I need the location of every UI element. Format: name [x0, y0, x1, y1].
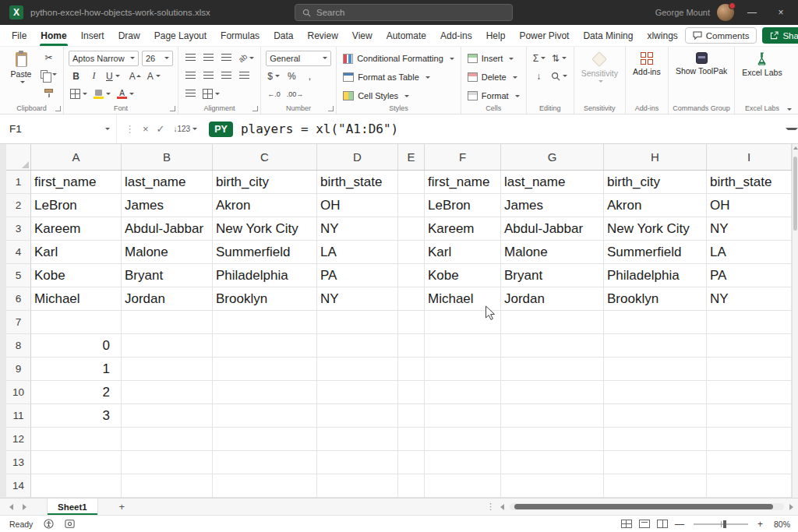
cell-E9[interactable] — [398, 358, 425, 381]
cell-A3[interactable]: Kareem — [31, 217, 122, 241]
cell-B4[interactable]: Malone — [122, 241, 213, 264]
cell-F8[interactable] — [425, 334, 501, 358]
cell-G4[interactable]: Malone — [501, 241, 604, 264]
comma-style-button[interactable]: , — [302, 69, 317, 84]
new-sheet-button[interactable]: + — [115, 500, 129, 513]
expand-formula-bar-icon[interactable] — [786, 128, 798, 130]
vertical-scroll-thumb[interactable] — [793, 157, 797, 231]
font-name-select[interactable]: Aptos Narrow — [69, 51, 139, 66]
cell-H9[interactable] — [604, 358, 707, 381]
column-header-G[interactable]: G — [501, 144, 604, 170]
menu-tab-draw[interactable]: Draw — [111, 25, 147, 46]
enter-icon[interactable]: ✓ — [157, 123, 165, 135]
cell-styles-button[interactable]: Cell Styles — [341, 87, 456, 104]
cell-I10[interactable] — [707, 381, 792, 404]
cell-H6[interactable]: Brooklyn — [604, 287, 707, 311]
cell-F9[interactable] — [425, 358, 501, 381]
cell-E13[interactable] — [398, 451, 425, 474]
sheet-tab-sheet1[interactable]: Sheet1 — [47, 499, 98, 515]
cell-I14[interactable] — [707, 474, 792, 498]
formula-input[interactable]: players = xl("A1:D6") — [241, 122, 398, 136]
cell-G3[interactable]: Abdul-Jabbar — [501, 217, 604, 241]
cell-E8[interactable] — [398, 334, 425, 358]
name-box[interactable]: F1 — [0, 115, 117, 143]
fill-button[interactable]: ↓ — [531, 69, 546, 84]
cell-F12[interactable] — [425, 428, 501, 451]
cell-I13[interactable] — [707, 451, 792, 474]
decrease-font-button[interactable]: A — [146, 69, 162, 84]
cell-D12[interactable] — [317, 428, 398, 451]
cell-C13[interactable] — [213, 451, 317, 474]
number-dialog-launcher-icon[interactable] — [328, 106, 334, 111]
cell-I6[interactable]: NY — [707, 287, 792, 311]
italic-button[interactable]: I — [87, 69, 101, 84]
paste-button[interactable]: Paste — [5, 50, 37, 83]
increase-font-button[interactable]: A — [128, 69, 143, 84]
cell-I7[interactable] — [707, 311, 792, 334]
menu-tab-data[interactable]: Data — [267, 25, 300, 46]
cell-A6[interactable]: Michael — [31, 287, 122, 311]
vertical-scrollbar[interactable] — [792, 144, 798, 498]
copy-button[interactable] — [39, 66, 58, 82]
cell-H2[interactable]: Akron — [604, 194, 707, 217]
insert-cells-button[interactable]: Insert — [466, 50, 521, 67]
cancel-icon[interactable]: × — [143, 123, 149, 135]
cell-D4[interactable]: LA — [317, 241, 398, 264]
cell-E14[interactable] — [398, 474, 425, 498]
cell-H12[interactable] — [604, 428, 707, 451]
cell-A13[interactable] — [31, 451, 122, 474]
cell-C2[interactable]: Akron — [213, 194, 317, 217]
cell-A8[interactable]: 0 — [31, 334, 122, 358]
cell-F10[interactable] — [425, 381, 501, 404]
align-top-button[interactable] — [183, 51, 198, 66]
cell-B11[interactable] — [122, 404, 213, 428]
cell-A10[interactable]: 2 — [31, 381, 122, 404]
cell-G7[interactable] — [501, 311, 604, 334]
cell-H10[interactable] — [604, 381, 707, 404]
merge-center-button[interactable] — [201, 86, 221, 102]
decrease-indent-button[interactable] — [237, 69, 252, 84]
menu-tab-power-pivot[interactable]: Power Pivot — [512, 25, 576, 46]
cell-C6[interactable]: Brooklyn — [213, 287, 317, 311]
column-header-H[interactable]: H — [604, 144, 707, 170]
align-left-button[interactable] — [183, 69, 198, 84]
borders-button[interactable] — [69, 86, 89, 102]
column-header-C[interactable]: C — [213, 144, 317, 170]
cell-C1[interactable]: birth_city — [213, 171, 317, 194]
number-format-select[interactable]: General — [266, 51, 331, 66]
cell-E1[interactable] — [398, 171, 425, 194]
cell-A2[interactable]: LeBron — [31, 194, 122, 217]
row-header-13[interactable]: 13 — [6, 451, 31, 474]
row-header-14[interactable]: 14 — [6, 474, 31, 498]
cell-G10[interactable] — [501, 381, 604, 404]
menu-tab-view[interactable]: View — [345, 25, 380, 46]
cell-B7[interactable] — [122, 311, 213, 334]
cell-H1[interactable]: birth_city — [604, 171, 707, 194]
cell-E3[interactable] — [398, 217, 425, 241]
conditional-formatting-button[interactable]: Conditional Formatting — [341, 50, 456, 67]
row-header-10[interactable]: 10 — [6, 381, 31, 404]
format-as-table-button[interactable]: Format as Table — [341, 69, 456, 86]
cell-C3[interactable]: New York City — [213, 217, 317, 241]
align-center-button[interactable] — [201, 69, 216, 84]
cell-A9[interactable]: 1 — [31, 358, 122, 381]
cell-D13[interactable] — [317, 451, 398, 474]
cell-F1[interactable]: first_name — [425, 171, 501, 194]
row-header-8[interactable]: 8 — [6, 334, 31, 358]
collapse-ribbon-icon[interactable] — [787, 108, 792, 111]
cell-C11[interactable] — [213, 404, 317, 428]
delete-cells-button[interactable]: Delete — [466, 69, 521, 86]
cell-A1[interactable]: first_name — [31, 171, 122, 194]
cell-D5[interactable]: PA — [317, 264, 398, 287]
column-header-I[interactable]: I — [707, 144, 792, 170]
cell-C8[interactable] — [213, 334, 317, 358]
horizontal-scrollbar[interactable] — [510, 503, 784, 510]
menu-tab-help[interactable]: Help — [479, 25, 513, 46]
cell-G8[interactable] — [501, 334, 604, 358]
zoom-level[interactable]: 80% — [770, 520, 790, 529]
sensitivity-button[interactable]: Sensitivity — [579, 50, 620, 83]
font-size-select[interactable]: 26 — [142, 51, 173, 66]
cell-B10[interactable] — [122, 381, 213, 404]
cell-G1[interactable]: last_name — [501, 171, 604, 194]
column-header-B[interactable]: B — [122, 144, 213, 170]
